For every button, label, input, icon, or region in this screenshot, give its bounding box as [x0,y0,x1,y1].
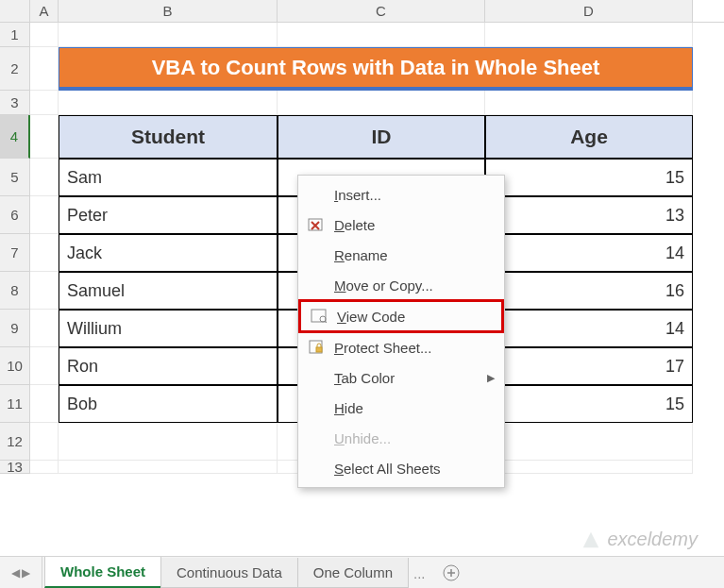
blank-icon [304,276,328,294]
table-cell-age[interactable]: 16 [485,272,693,310]
table-cell-student[interactable]: Sam [59,159,278,196]
cell[interactable] [30,91,59,115]
select-all-corner[interactable] [0,0,30,22]
menu-delete[interactable]: Delete [298,210,504,240]
blank-icon [304,368,328,387]
cell[interactable] [30,385,59,423]
menu-protect-sheet[interactable]: Protect Sheet... [298,332,504,362]
table-cell-student[interactable]: Peter [59,196,278,234]
cell[interactable] [30,159,59,196]
menu-select-all-sheets[interactable]: Select All Sheets [298,453,504,483]
page-title: VBA to Count Rows with Data in Whole She… [59,47,693,91]
blank-icon [304,459,328,478]
cell[interactable] [278,91,485,115]
row-header-12[interactable]: 12 [0,423,30,461]
watermark-text: exceldemy [607,529,698,550]
row-header-3[interactable]: 3 [0,91,30,115]
row-header-9[interactable]: 9 [0,310,30,347]
cell[interactable] [278,23,485,47]
cell[interactable] [59,23,278,47]
menu-view-code[interactable]: View Code [298,299,504,333]
table-cell-student[interactable]: Samuel [59,272,278,310]
blank-icon [304,185,328,204]
sheet-tab-whole-sheet[interactable]: Whole Sheet [44,557,161,588]
row-header-5[interactable]: 5 [0,159,30,196]
cell[interactable] [30,461,59,474]
table-cell-age[interactable]: 13 [485,196,693,234]
svg-rect-1 [311,310,326,322]
table-cell-student[interactable]: Willium [59,310,278,347]
new-sheet-button[interactable] [431,557,471,588]
table-cell-student[interactable]: Ron [59,347,278,385]
table-cell-age[interactable]: 14 [485,310,693,347]
nav-next-icon[interactable]: ▶ [22,566,30,580]
sheet-tab-continuous-data[interactable]: Continuous Data [160,558,298,588]
menu-unhide: Unhide... [298,423,504,453]
cell[interactable] [30,272,59,310]
row-header-11[interactable]: 11 [0,385,30,423]
sheet-tab-one-column[interactable]: One Column [297,558,409,588]
menu-hide[interactable]: Hide [298,393,504,423]
cell[interactable] [30,310,59,347]
blank-icon [304,398,328,417]
submenu-arrow-icon: ▶ [487,372,495,384]
row-header-8[interactable]: 8 [0,272,30,310]
column-headers: A B C D [0,0,724,23]
blank-icon [304,245,328,264]
table-cell-student[interactable]: Jack [59,234,278,272]
sheet-tabs-overflow[interactable]: ... [408,559,431,588]
view-code-icon [307,307,331,326]
sheet-context-menu: Insert... Delete Rename Move or Copy... … [297,175,505,488]
cell[interactable] [30,347,59,385]
col-header-d[interactable]: D [485,0,693,22]
menu-move-or-copy[interactable]: Move or Copy... [298,270,504,300]
table-cell-student[interactable]: Bob [59,385,278,423]
cell[interactable] [485,461,693,474]
menu-insert[interactable]: Insert... [298,179,504,210]
cell[interactable] [30,115,59,159]
table-header-age[interactable]: Age [485,115,693,159]
col-header-b[interactable]: B [59,0,278,22]
row-header-10[interactable]: 10 [0,347,30,385]
cell[interactable] [30,234,59,272]
delete-icon [304,215,328,234]
row-header-1[interactable]: 1 [0,23,30,47]
table-header-student[interactable]: Student [59,115,278,159]
row-header-2[interactable]: 2 [0,47,30,91]
cell[interactable] [30,23,59,47]
svg-rect-5 [316,347,322,352]
watermark: exceldemy [581,529,698,550]
row-header-7[interactable]: 7 [0,234,30,272]
cell[interactable] [59,461,278,474]
col-header-c[interactable]: C [278,0,485,22]
cell[interactable] [59,91,278,115]
cell[interactable] [485,23,693,47]
menu-rename[interactable]: Rename [298,240,504,270]
col-header-a[interactable]: A [30,0,59,22]
cell[interactable] [485,91,693,115]
sheet-tabs-bar: ◀ ▶ Whole Sheet Continuous Data One Colu… [0,556,724,588]
row-header-6[interactable]: 6 [0,196,30,234]
table-cell-age[interactable]: 15 [485,385,693,423]
cell[interactable] [30,423,59,461]
protect-icon [304,338,328,357]
blank-icon [304,428,328,447]
cell[interactable] [59,423,278,461]
row-header-4[interactable]: 4 [0,115,30,159]
table-header-id[interactable]: ID [278,115,485,159]
tab-scroll-nav[interactable]: ◀ ▶ [0,557,42,588]
table-cell-age[interactable]: 14 [485,234,693,272]
cell[interactable] [30,196,59,234]
nav-prev-icon[interactable]: ◀ [11,566,20,580]
menu-tab-color[interactable]: Tab Color ▶ [298,362,504,393]
table-cell-age[interactable]: 17 [485,347,693,385]
cell[interactable] [485,423,693,461]
cell[interactable] [30,47,59,91]
row-header-13[interactable]: 13 [0,461,30,474]
svg-line-3 [325,321,327,323]
table-cell-age[interactable]: 15 [485,159,693,196]
